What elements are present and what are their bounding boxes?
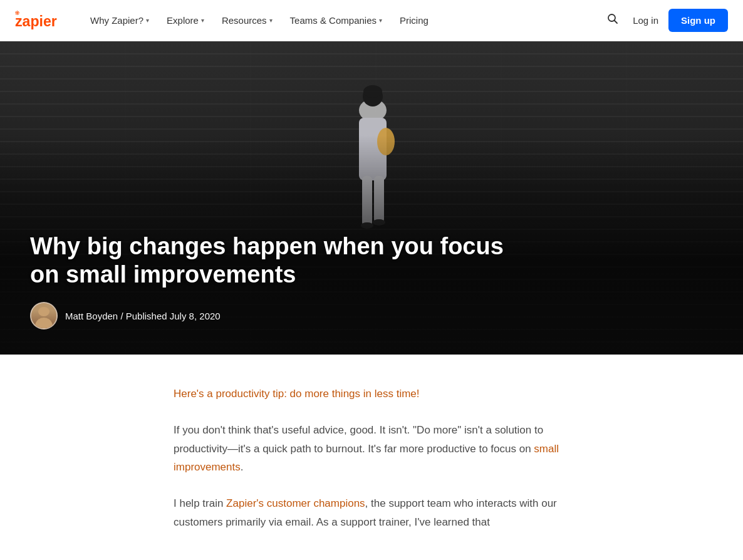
login-link[interactable]: Log in	[633, 15, 658, 26]
article-title: Why big changes happen when you focus on…	[30, 232, 506, 289]
nav-right: Log in Sign up	[603, 9, 728, 32]
nav-item-teams[interactable]: Teams & Companies ▾	[283, 10, 390, 31]
chevron-down-icon: ▾	[146, 17, 149, 24]
article-body: Here's a productivity tip: do more thing…	[158, 355, 585, 560]
chevron-down-icon: ▾	[269, 17, 273, 24]
zapier-link[interactable]: Zapier's customer champions	[226, 497, 365, 509]
hero-section: Why big changes happen when you focus on…	[0, 41, 743, 355]
nav-links: Why Zapier? ▾ Explore ▾ Resources ▾ Team…	[83, 10, 603, 31]
avatar-head	[38, 307, 49, 316]
main-nav: zapier Why Zapier? ▾ Explore ▾	[0, 0, 743, 41]
zapier-logo[interactable]: zapier	[15, 11, 65, 31]
chevron-down-icon: ▾	[201, 17, 204, 24]
search-icon	[606, 13, 619, 25]
article-paragraph-2: If you don't think that's useful advice,…	[174, 421, 569, 477]
chevron-down-icon: ▾	[379, 17, 382, 24]
small-improvements-link[interactable]: small improvements	[174, 443, 559, 474]
article-byline: Matt Boyden / Published July 8, 2020	[65, 311, 221, 321]
nav-item-pricing[interactable]: Pricing	[392, 10, 436, 31]
svg-line-6	[16, 11, 16, 12]
hero-content: Why big changes happen when you focus on…	[30, 232, 713, 329]
nav-item-resources[interactable]: Resources ▾	[214, 10, 280, 31]
svg-line-11	[615, 21, 618, 24]
article-paragraph-1: Here's a productivity tip: do more thing…	[174, 385, 569, 403]
article-paragraph-3: I help train Zapier's customer champions…	[174, 494, 569, 532]
productivity-tip-link[interactable]: Here's a productivity tip: do more thing…	[174, 388, 420, 400]
svg-point-1	[16, 12, 18, 14]
nav-item-why-zapier[interactable]: Why Zapier? ▾	[83, 10, 157, 31]
search-button[interactable]	[603, 9, 623, 32]
hero-meta: Matt Boyden / Published July 8, 2020	[30, 302, 713, 329]
svg-line-8	[18, 11, 19, 12]
svg-text:zapier: zapier	[15, 13, 57, 29]
nav-item-explore[interactable]: Explore ▾	[159, 10, 212, 31]
signup-button[interactable]: Sign up	[668, 9, 728, 32]
avatar	[30, 302, 58, 329]
avatar-body	[35, 318, 53, 328]
